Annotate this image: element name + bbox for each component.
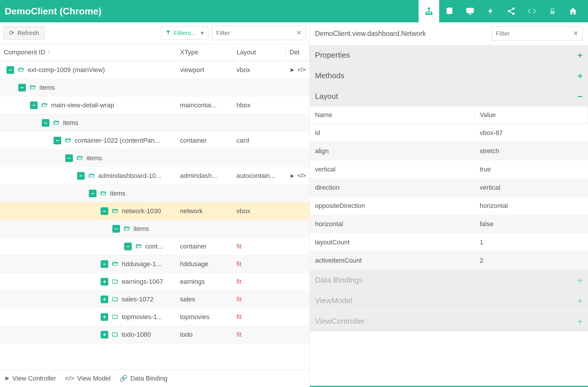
accordion-section-layout[interactable]: Layout− bbox=[310, 86, 588, 106]
node-label: items bbox=[86, 154, 102, 162]
code-icon[interactable]: </> bbox=[297, 66, 306, 74]
filters-label: Filters... bbox=[174, 29, 196, 36]
expand-toggle[interactable] bbox=[6, 66, 14, 74]
tree-row[interactable]: topmovies-1...topmoviesfit bbox=[0, 308, 309, 326]
svg-rect-7 bbox=[470, 13, 471, 14]
tree-row[interactable]: main-view-detail-wrapmaincontai...hbox bbox=[0, 96, 309, 114]
expand-icon: + bbox=[577, 316, 583, 326]
expand-toggle[interactable] bbox=[89, 190, 96, 197]
right-filter-input[interactable] bbox=[496, 30, 573, 37]
prop-name: activeItemCount bbox=[310, 257, 474, 264]
link-icon: 🔗 bbox=[119, 375, 127, 382]
folder-icon bbox=[64, 137, 72, 144]
layout-cell: autocontain... bbox=[233, 172, 286, 180]
data-binding-link[interactable]: 🔗Data Binding bbox=[119, 375, 167, 382]
view-controller-link[interactable]: ➤View Controller bbox=[4, 375, 56, 382]
lock-icon[interactable] bbox=[542, 0, 563, 22]
svg-point-10 bbox=[512, 13, 515, 15]
expand-toggle[interactable] bbox=[101, 207, 108, 215]
prop-row[interactable]: layoutCount1 bbox=[310, 233, 588, 251]
code-icon[interactable] bbox=[522, 0, 542, 22]
expand-toggle[interactable] bbox=[18, 84, 26, 91]
expand-toggle[interactable] bbox=[65, 154, 73, 162]
expand-toggle[interactable] bbox=[112, 225, 120, 233]
node-label: container-1022 (contentPan... bbox=[75, 137, 160, 144]
accordion-section-viewcontroller[interactable]: ViewController+ bbox=[310, 311, 588, 331]
clear-filter-icon[interactable]: ✕ bbox=[573, 30, 578, 37]
tree-row[interactable]: sales-1072salesfit bbox=[0, 291, 309, 308]
prop-row[interactable]: directionvertical bbox=[310, 179, 588, 197]
expand-toggle[interactable] bbox=[54, 137, 61, 144]
section-label: Layout bbox=[315, 92, 338, 101]
prop-col-value[interactable]: Value bbox=[474, 106, 588, 124]
database-icon[interactable] bbox=[439, 0, 460, 22]
prop-row[interactable]: activeItemCount2 bbox=[310, 251, 588, 270]
col-det[interactable]: Det bbox=[286, 44, 309, 61]
clear-filter-icon[interactable]: ✕ bbox=[296, 29, 302, 37]
left-filter-input[interactable] bbox=[216, 29, 296, 36]
tree-row[interactable]: items bbox=[0, 220, 309, 238]
code-icon[interactable]: </> bbox=[297, 172, 306, 179]
expand-toggle[interactable] bbox=[101, 331, 108, 338]
tree-row[interactable]: network-1030networkvbox bbox=[0, 202, 309, 220]
prop-value: stretch bbox=[474, 147, 588, 155]
col-layout[interactable]: Layout bbox=[233, 44, 286, 61]
tree-row[interactable]: items bbox=[0, 114, 309, 132]
prop-value: false bbox=[474, 220, 588, 228]
col-component-id[interactable]: Component ID ↑ bbox=[0, 44, 176, 61]
tree-row[interactable]: items bbox=[0, 79, 309, 96]
tree-row[interactable]: hddusage-1...hddusagefit bbox=[0, 255, 309, 273]
folder-icon bbox=[52, 120, 60, 126]
prop-grid-header: NameValue bbox=[310, 106, 588, 124]
expand-toggle[interactable] bbox=[101, 260, 108, 268]
tree-row[interactable]: admindashboard-10...admindash...autocont… bbox=[0, 167, 309, 185]
svg-rect-11 bbox=[550, 11, 554, 14]
location-icon[interactable]: ➤ bbox=[289, 172, 294, 179]
filters-button[interactable]: Filters... ▾ bbox=[161, 26, 208, 40]
svg-rect-3 bbox=[430, 13, 433, 15]
tree-row[interactable]: container-1022 (contentPan...containerca… bbox=[0, 132, 309, 149]
share-icon[interactable] bbox=[501, 0, 522, 22]
tree-row[interactable]: cont...containerfit bbox=[0, 238, 309, 255]
tree-row[interactable]: items bbox=[0, 185, 309, 202]
prop-row[interactable]: oppositeDirectionhorizontal bbox=[310, 197, 588, 215]
accordion-section-viewmodel[interactable]: ViewModel+ bbox=[310, 290, 588, 311]
accordion-section-data-bindings[interactable]: Data Bindings+ bbox=[310, 270, 588, 290]
sort-asc-icon: ↑ bbox=[48, 49, 50, 56]
refresh-button[interactable]: ⟳ Refresh bbox=[4, 26, 45, 40]
prop-col-name[interactable]: Name bbox=[310, 106, 474, 124]
accordion-section-methods[interactable]: Methods+ bbox=[310, 65, 588, 86]
prop-row[interactable]: idvbox-87 bbox=[310, 124, 588, 142]
prop-name: align bbox=[310, 147, 474, 155]
prop-row[interactable]: verticaltrue bbox=[310, 160, 588, 179]
component-tree[interactable]: ext-comp-1009 (mainView)viewportvbox➤</>… bbox=[0, 61, 309, 370]
home-icon[interactable] bbox=[563, 0, 583, 22]
xtype-cell: topmovies bbox=[176, 313, 233, 321]
tree-row[interactable]: items bbox=[0, 149, 309, 167]
expand-toggle[interactable] bbox=[124, 243, 132, 250]
col-xtype[interactable]: XType bbox=[176, 44, 233, 61]
folder-icon bbox=[99, 190, 107, 197]
view-model-link[interactable]: </>View Model bbox=[65, 375, 111, 382]
prop-name: oppositeDirection bbox=[310, 202, 474, 210]
expand-toggle[interactable] bbox=[77, 172, 85, 180]
expand-toggle[interactable] bbox=[30, 101, 38, 109]
tree-row[interactable]: todo-1080todofit bbox=[0, 326, 309, 343]
expand-toggle[interactable] bbox=[101, 313, 108, 321]
bolt-icon[interactable] bbox=[480, 0, 501, 22]
expand-toggle[interactable] bbox=[101, 278, 108, 286]
tree-row[interactable]: earnings-1067earningsfit bbox=[0, 273, 309, 291]
tree-row[interactable]: ext-comp-1009 (mainView)viewportvbox➤</> bbox=[0, 61, 309, 79]
expand-toggle[interactable] bbox=[42, 119, 49, 127]
xtype-cell: maincontai... bbox=[176, 101, 233, 109]
layout-cell: vbox bbox=[233, 207, 286, 215]
prop-row[interactable]: alignstretch bbox=[310, 142, 588, 160]
expand-toggle[interactable] bbox=[101, 296, 108, 303]
sitemap-icon[interactable] bbox=[419, 0, 439, 22]
desktop-icon[interactable] bbox=[460, 0, 480, 22]
app-header: DemoClient (Chrome) bbox=[0, 0, 588, 22]
location-icon[interactable]: ➤ bbox=[289, 66, 294, 74]
xtype-cell: container bbox=[176, 137, 233, 144]
accordion-section-properties[interactable]: Properties+ bbox=[310, 45, 588, 65]
prop-row[interactable]: horizontalfalse bbox=[310, 215, 588, 233]
